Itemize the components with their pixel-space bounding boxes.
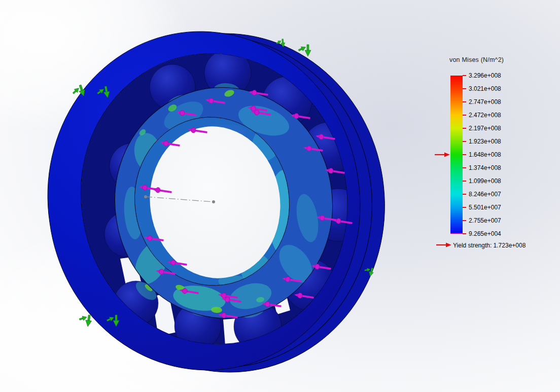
legend-tick-label: 2.197e+008 <box>469 125 501 132</box>
axis-endpoint-dot <box>144 195 147 198</box>
fixture-shaft <box>307 45 309 51</box>
yield-marker-arrow-icon <box>434 151 450 158</box>
legend-tick-dash <box>463 167 466 168</box>
legend-tick-label: 1.099e+008 <box>469 177 501 185</box>
fixture-shaft <box>115 315 117 321</box>
legend-tick-label: 2.747e+008 <box>469 98 501 105</box>
legend-tick-dash <box>463 220 466 221</box>
legend-tick-label: 5.501e+007 <box>469 204 501 211</box>
legend-tick-dash <box>463 75 466 76</box>
legend-tick-dash <box>463 154 466 155</box>
legend-tick-dash <box>463 115 466 116</box>
fixture-shaft <box>282 39 284 44</box>
legend-title: von Mises (N/m^2) <box>449 56 504 63</box>
legend-tick-dash <box>463 128 466 129</box>
yield-strength-row: Yield strength: 1.723e+008 <box>434 241 558 250</box>
legend-tick-dash <box>463 194 466 195</box>
legend-tick-dash <box>463 181 466 182</box>
legend-tick-dash <box>463 141 466 142</box>
legend-tick-label: 2.755e+007 <box>469 217 501 224</box>
legend-tick-dash <box>463 88 466 89</box>
legend-color-bar <box>450 76 463 234</box>
legend-tick-dash <box>463 233 466 234</box>
legend-tick-label: 3.021e+008 <box>469 85 501 92</box>
legend-tick-label: 8.246e+007 <box>469 191 501 198</box>
legend-tick-label: 2.472e+008 <box>469 112 501 119</box>
axis-endpoint-dot <box>212 200 215 203</box>
legend-tick-label: 3.296e+008 <box>469 72 501 79</box>
yield-arrow-icon <box>436 241 452 248</box>
legend-tick-dash <box>463 207 466 208</box>
legend-tick-label: 1.648e+008 <box>469 151 501 158</box>
legend-tick-dash <box>463 101 466 102</box>
legend-tick-label: 1.923e+008 <box>469 138 501 145</box>
legend-min-line <box>450 233 463 234</box>
yield-strength-label: Yield strength: 1.723e+008 <box>453 242 526 249</box>
legend-tick-label: 9.265e+004 <box>469 230 501 237</box>
stress-legend: von Mises (N/m^2) 3.296e+0083.021e+0082.… <box>434 54 558 253</box>
legend-tick-label: 1.374e+008 <box>469 164 501 171</box>
viewport[interactable]: von Mises (N/m^2) 3.296e+0083.021e+0082.… <box>0 0 560 392</box>
